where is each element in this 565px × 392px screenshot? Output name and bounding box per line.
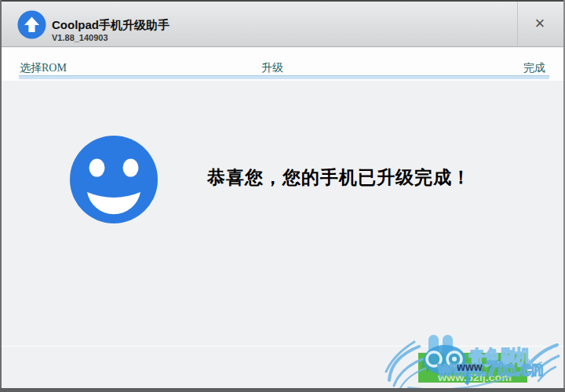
window-border-top xyxy=(0,0,565,2)
window-border-left xyxy=(0,0,2,392)
watermark-small-www-text: www xyxy=(456,361,483,373)
smiley-icon xyxy=(69,135,159,224)
tab-finish[interactable]: 完成 xyxy=(523,61,545,75)
title-bar: Coolpad手机升级助手 V1.88_140903 × xyxy=(2,2,563,47)
watermark-qitu-logo: 中华下载网 www.52ij.com 奇兔刷机 www.7t xyxy=(385,331,563,390)
completion-message: 恭喜您，您的手机已升级完成！ xyxy=(182,165,496,190)
upload-arrow-icon xyxy=(17,10,46,39)
titlebar-divider xyxy=(517,2,518,47)
tab-upgrade[interactable]: 升级 xyxy=(261,61,283,75)
app-title: Coolpad手机升级助手 xyxy=(52,18,170,33)
app-version: V1.88_140903 xyxy=(52,33,108,42)
app-window: Coolpad手机升级助手 V1.88_140903 × 选择ROM 升级 完成… xyxy=(0,0,565,392)
tab-progress-underline xyxy=(19,75,549,79)
tab-select-rom[interactable]: 选择ROM xyxy=(20,61,67,75)
close-icon[interactable]: × xyxy=(526,10,554,38)
window-border-bottom xyxy=(0,388,565,392)
watermark-brand-site-text: www.7to.cn xyxy=(437,358,543,379)
